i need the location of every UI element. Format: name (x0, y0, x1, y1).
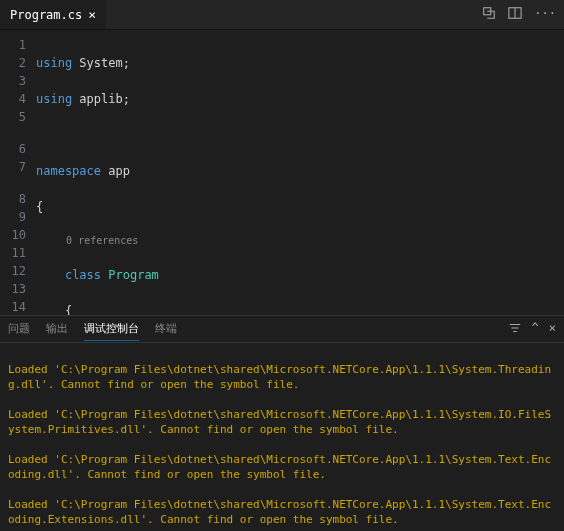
tab-problems[interactable]: 问题 (8, 317, 30, 341)
maximize-icon[interactable]: ^ (532, 321, 539, 338)
tab-debug-console[interactable]: 调试控制台 (84, 317, 139, 341)
code-editor[interactable]: 1234567891011121314 using System; using … (0, 30, 564, 315)
tab-bar: Program.cs × ··· (0, 0, 564, 30)
code-area[interactable]: using System; using applib; namespace ap… (36, 30, 564, 315)
close-panel-icon[interactable]: × (549, 321, 556, 338)
tab-program-cs[interactable]: Program.cs × (0, 0, 106, 29)
close-icon[interactable]: × (88, 7, 96, 22)
more-icon[interactable]: ··· (534, 6, 556, 23)
panel-tabs: 问题 输出 调试控制台 终端 ^ × (0, 315, 564, 343)
filter-icon[interactable] (508, 321, 522, 338)
diff-icon[interactable] (482, 6, 496, 23)
tab-label: Program.cs (10, 8, 82, 22)
line-gutter: 1234567891011121314 (0, 30, 36, 315)
debug-console[interactable]: Loaded 'C:\Program Files\dotnet\shared\M… (0, 343, 564, 531)
tab-output[interactable]: 输出 (46, 317, 68, 341)
tab-terminal[interactable]: 终端 (155, 317, 177, 341)
split-icon[interactable] (508, 6, 522, 23)
